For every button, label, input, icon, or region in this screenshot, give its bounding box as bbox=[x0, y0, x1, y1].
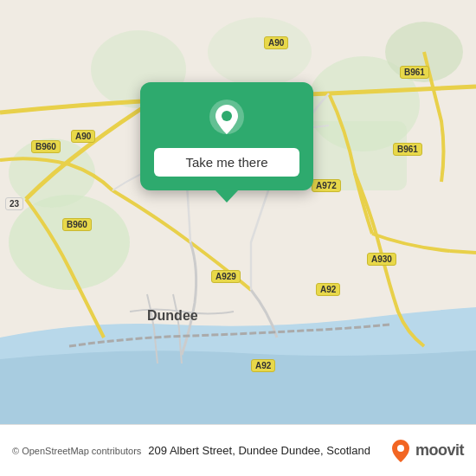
road-label-a972: A972 bbox=[312, 179, 341, 192]
svg-point-11 bbox=[397, 445, 404, 452]
road-label-a930: A930 bbox=[367, 253, 396, 266]
road-label-a90-top: A90 bbox=[264, 36, 288, 49]
road-label-a929: A929 bbox=[211, 270, 241, 283]
bottom-bar: © OpenStreetMap contributors 209 Albert … bbox=[0, 424, 476, 476]
svg-point-6 bbox=[208, 17, 312, 87]
location-pin-icon bbox=[207, 100, 247, 139]
road-label-b961-top: B961 bbox=[400, 66, 429, 79]
moovit-pin-icon bbox=[391, 439, 410, 463]
svg-point-10 bbox=[222, 111, 232, 121]
map-background: Dundee bbox=[0, 0, 476, 424]
moovit-text: moovit bbox=[415, 441, 464, 460]
road-label-a92-mid: A92 bbox=[316, 283, 340, 296]
copyright-text: © OpenStreetMap contributors bbox=[12, 446, 141, 456]
popup-card[interactable]: Take me there bbox=[140, 82, 313, 190]
road-label-b961-mid: B961 bbox=[393, 143, 422, 156]
map-container: Dundee A90 A90 B960 B960 A972 B961 B961 … bbox=[0, 0, 476, 424]
road-label-23: 23 bbox=[5, 197, 23, 210]
road-label-b960-mid: B960 bbox=[62, 218, 92, 231]
road-label-a90-left: A90 bbox=[71, 130, 95, 143]
svg-text:Dundee: Dundee bbox=[147, 308, 198, 323]
take-me-there-button[interactable]: Take me there bbox=[154, 148, 299, 177]
address-text: 209 Albert Street, Dundee Dundee, Scotla… bbox=[148, 444, 391, 457]
road-label-a92-bot: A92 bbox=[251, 359, 275, 372]
svg-point-1 bbox=[9, 195, 130, 290]
moovit-logo: moovit bbox=[391, 439, 464, 463]
road-label-b960-top: B960 bbox=[31, 140, 61, 153]
